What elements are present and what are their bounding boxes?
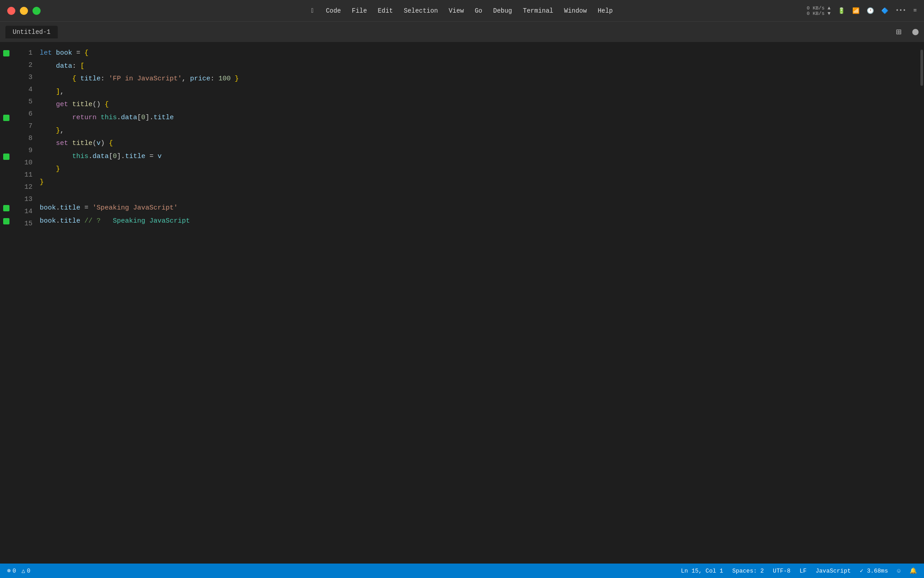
token-space-1a (52, 47, 56, 60)
token-space-5 (68, 98, 72, 112)
token-this-6: this (101, 112, 117, 125)
language-indicator[interactable]: JavaScript (816, 568, 851, 574)
token-space-8 (68, 137, 72, 150)
token-dot-6a: . (117, 112, 121, 125)
dot-button[interactable] (912, 29, 919, 35)
bp-row-2 (0, 60, 13, 73)
token-space-3a (76, 73, 80, 86)
spaces-indicator[interactable]: Spaces: 2 (732, 568, 764, 574)
menu-selection[interactable]: Selection (404, 7, 438, 14)
breakpoint-9[interactable] (3, 154, 9, 160)
menu-help[interactable]: Help (598, 7, 613, 14)
menu-terminal[interactable]: Terminal (523, 7, 553, 14)
code-line-7: } , (40, 125, 919, 138)
breakpoint-13[interactable] (3, 205, 9, 211)
status-bar: ⊗ 0 △ 0 Ln 15, Col 1 Spaces: 2 UTF-8 LF … (0, 564, 924, 578)
bp-row-12 (0, 189, 13, 202)
token-data-2: data (56, 60, 72, 73)
code-line-1: let book = { (40, 47, 919, 60)
line-num-14: 14 (13, 205, 32, 218)
token-space-6 (97, 112, 101, 125)
status-bar-left: ⊗ 0 △ 0 (7, 567, 30, 574)
token-book-14: book (40, 215, 56, 228)
menu-code[interactable]: Code (326, 7, 341, 14)
token-bracket-6a: [ (137, 112, 141, 125)
menu-debug[interactable]: Debug (493, 7, 512, 14)
menu-file[interactable]: File (352, 7, 367, 14)
bp-row-5 (0, 98, 13, 112)
warnings-status[interactable]: △ 0 (22, 567, 31, 574)
token-brace-3b: } (235, 73, 239, 86)
list-icon[interactable]: ≡ (913, 7, 917, 14)
token-colon-2: : (72, 60, 80, 73)
scrollbar-thumb[interactable] (920, 50, 923, 86)
menu-go[interactable]: Go (475, 7, 482, 14)
breakpoint-6[interactable] (3, 115, 9, 121)
split-editor-button[interactable]: ⊞ (896, 26, 901, 37)
token-data-9: data (92, 150, 109, 163)
token-empty-15 (40, 228, 44, 241)
eol-indicator[interactable]: LF (799, 568, 807, 574)
token-book-1: book (56, 47, 72, 60)
token-dot-14: . (56, 215, 60, 228)
line-num-11: 11 (13, 169, 32, 181)
code-line-10: } (40, 163, 919, 176)
token-bracket-2: [ (80, 60, 84, 73)
token-title-fn-5: title (72, 98, 92, 112)
code-area[interactable]: let book = { data : [ { title : 'FP in J… (40, 46, 919, 564)
token-v-9: v (157, 150, 162, 163)
token-brace-open-1: { (84, 47, 88, 60)
token-v-8: v (97, 137, 101, 150)
token-dot-9a: . (88, 150, 92, 163)
token-brace-7: } (56, 125, 60, 138)
bp-row-4 (0, 86, 13, 99)
menu-window[interactable]: Window (564, 7, 587, 14)
token-indent-7 (40, 125, 56, 138)
token-dot-6b: . (149, 112, 153, 125)
code-line-6: return this . data [ 0 ] . title (40, 112, 919, 125)
line-num-4: 4 (13, 84, 32, 96)
line-num-13: 13 (13, 193, 32, 205)
bp-row-7 (0, 125, 13, 138)
token-brace-10: } (56, 163, 60, 176)
token-paren-8b: ) (101, 137, 105, 150)
minimize-button[interactable] (20, 7, 28, 15)
scrollbar[interactable] (919, 46, 924, 564)
traffic-lights (7, 7, 41, 15)
menu-bar:  Code File Edit Selection View Go Debug… (311, 7, 613, 14)
more-icon[interactable]: ••• (896, 7, 906, 14)
menu-apple[interactable]:  (311, 7, 315, 14)
token-space-5b (101, 98, 105, 112)
token-comma-3: , (182, 73, 190, 86)
code-line-14: book . title // ? Speaking JavaScript (40, 215, 919, 228)
cursor-position[interactable]: Ln 15, Col 1 (681, 568, 723, 574)
menu-edit[interactable]: Edit (378, 7, 393, 14)
maximize-button[interactable] (32, 7, 41, 15)
active-tab[interactable]: Untitled-1 (5, 26, 58, 38)
encoding-indicator[interactable]: UTF-8 (773, 568, 790, 574)
smiley-icon[interactable]: ☺ (897, 568, 901, 574)
finder-icon: 🔷 (881, 7, 888, 14)
editor: 1 2 3 4 5 6 7 8 9 10 11 12 13 14 15 let … (0, 42, 924, 564)
line-num-5: 5 (13, 96, 32, 108)
token-dot-9b: . (121, 150, 125, 163)
close-button[interactable] (7, 7, 15, 15)
line-num-3: 3 (13, 71, 32, 84)
warning-icon: △ (22, 567, 25, 574)
token-100-3: 100 (218, 73, 231, 86)
token-bracket-4: ] (56, 86, 60, 99)
token-return-6: return (72, 112, 97, 125)
token-indent-3 (40, 73, 72, 86)
bp-row-14 (0, 215, 13, 228)
line-num-10: 10 (13, 157, 32, 169)
token-indent-9 (40, 150, 72, 163)
error-icon: ⊗ (7, 567, 11, 574)
token-price-3: price (190, 73, 210, 86)
bell-icon[interactable]: 🔔 (910, 567, 917, 574)
breakpoint-1[interactable] (3, 50, 9, 56)
token-space-3b (231, 73, 235, 86)
tab-bar: Untitled-1 ⊞ (0, 22, 924, 42)
menu-view[interactable]: View (449, 7, 464, 14)
breakpoint-14[interactable] (3, 218, 9, 224)
errors-status[interactable]: ⊗ 0 (7, 567, 16, 574)
